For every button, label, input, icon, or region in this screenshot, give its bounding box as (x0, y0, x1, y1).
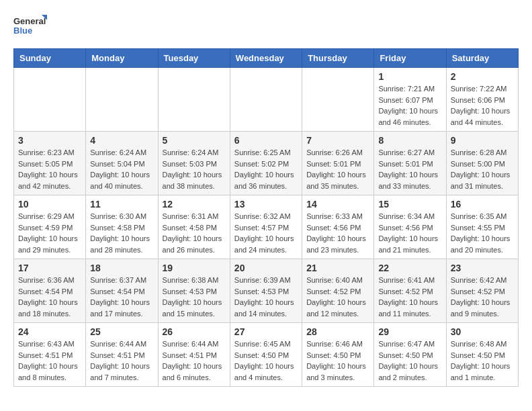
weekday-header-sunday: Sunday (14, 49, 86, 68)
day-number: 20 (234, 263, 298, 273)
day-number: 4 (90, 135, 153, 146)
day-info: Sunrise: 6:23 AM Sunset: 5:05 PM Dayligh… (18, 147, 81, 191)
day-cell: 26Sunrise: 6:44 AM Sunset: 4:51 PM Dayli… (158, 323, 230, 387)
day-cell: 22Sunrise: 6:41 AM Sunset: 4:52 PM Dayli… (374, 259, 446, 323)
day-info: Sunrise: 6:46 AM Sunset: 4:50 PM Dayligh… (306, 338, 369, 383)
day-info: Sunrise: 6:32 AM Sunset: 4:57 PM Dayligh… (234, 211, 298, 255)
day-cell: 15Sunrise: 6:34 AM Sunset: 4:56 PM Dayli… (374, 195, 446, 259)
header: General Blue (13, 13, 519, 42)
day-number: 24 (18, 326, 81, 337)
day-info: Sunrise: 6:40 AM Sunset: 4:52 PM Dayligh… (306, 275, 369, 319)
day-cell: 10Sunrise: 6:29 AM Sunset: 4:59 PM Dayli… (14, 195, 86, 259)
day-number: 25 (90, 326, 153, 337)
day-info: Sunrise: 6:34 AM Sunset: 4:56 PM Dayligh… (378, 211, 441, 255)
day-info: Sunrise: 7:21 AM Sunset: 6:07 PM Dayligh… (378, 83, 441, 128)
day-number: 13 (234, 199, 298, 210)
day-cell (158, 68, 230, 132)
weekday-header-wednesday: Wednesday (230, 49, 302, 68)
day-number: 29 (378, 326, 441, 337)
calendar: SundayMondayTuesdayWednesdayThursdayFrid… (13, 48, 519, 387)
day-info: Sunrise: 6:24 AM Sunset: 5:04 PM Dayligh… (90, 147, 153, 191)
day-number: 8 (378, 135, 441, 146)
day-cell: 6Sunrise: 6:25 AM Sunset: 5:02 PM Daylig… (230, 132, 302, 195)
day-info: Sunrise: 6:35 AM Sunset: 4:55 PM Dayligh… (451, 211, 514, 255)
day-number: 15 (378, 199, 441, 210)
week-row-1: 1Sunrise: 7:21 AM Sunset: 6:07 PM Daylig… (14, 68, 519, 132)
day-info: Sunrise: 6:42 AM Sunset: 4:52 PM Dayligh… (451, 275, 514, 319)
day-info: Sunrise: 6:44 AM Sunset: 4:51 PM Dayligh… (163, 338, 226, 383)
day-cell (14, 68, 86, 132)
day-number: 6 (234, 135, 298, 146)
day-number: 19 (163, 263, 226, 273)
day-cell: 14Sunrise: 6:33 AM Sunset: 4:56 PM Dayli… (302, 195, 374, 259)
day-number: 18 (90, 263, 153, 273)
logo-svg: General Blue (13, 13, 47, 42)
day-cell: 4Sunrise: 6:24 AM Sunset: 5:04 PM Daylig… (86, 132, 158, 195)
day-number: 7 (306, 135, 369, 146)
day-cell: 27Sunrise: 6:45 AM Sunset: 4:50 PM Dayli… (230, 323, 302, 387)
day-number: 17 (18, 263, 81, 273)
day-info: Sunrise: 6:27 AM Sunset: 5:01 PM Dayligh… (378, 147, 441, 191)
day-cell: 19Sunrise: 6:38 AM Sunset: 4:53 PM Dayli… (158, 259, 230, 323)
day-number: 10 (18, 199, 81, 210)
day-number: 11 (90, 199, 153, 210)
day-cell: 24Sunrise: 6:43 AM Sunset: 4:51 PM Dayli… (14, 323, 86, 387)
day-cell (230, 68, 302, 132)
day-info: Sunrise: 6:33 AM Sunset: 4:56 PM Dayligh… (306, 211, 369, 255)
day-info: Sunrise: 6:47 AM Sunset: 4:50 PM Dayligh… (378, 338, 441, 383)
day-cell (86, 68, 158, 132)
day-number: 27 (234, 326, 298, 337)
day-info: Sunrise: 6:29 AM Sunset: 4:59 PM Dayligh… (18, 211, 81, 255)
day-number: 26 (163, 326, 226, 337)
day-cell: 18Sunrise: 6:37 AM Sunset: 4:54 PM Dayli… (86, 259, 158, 323)
day-info: Sunrise: 6:39 AM Sunset: 4:53 PM Dayligh… (234, 275, 298, 319)
day-number: 12 (163, 199, 226, 210)
day-cell: 20Sunrise: 6:39 AM Sunset: 4:53 PM Dayli… (230, 259, 302, 323)
day-number: 22 (378, 263, 441, 273)
day-cell: 28Sunrise: 6:46 AM Sunset: 4:50 PM Dayli… (302, 323, 374, 387)
weekday-header-tuesday: Tuesday (158, 49, 230, 68)
day-info: Sunrise: 6:26 AM Sunset: 5:01 PM Dayligh… (306, 147, 369, 191)
day-cell: 1Sunrise: 7:21 AM Sunset: 6:07 PM Daylig… (374, 68, 446, 132)
day-cell: 29Sunrise: 6:47 AM Sunset: 4:50 PM Dayli… (374, 323, 446, 387)
day-cell: 2Sunrise: 7:22 AM Sunset: 6:06 PM Daylig… (446, 68, 518, 132)
logo: General Blue (13, 13, 47, 42)
day-info: Sunrise: 6:43 AM Sunset: 4:51 PM Dayligh… (18, 338, 81, 383)
day-info: Sunrise: 6:25 AM Sunset: 5:02 PM Dayligh… (234, 147, 298, 191)
day-info: Sunrise: 7:22 AM Sunset: 6:06 PM Dayligh… (451, 83, 514, 128)
day-cell: 8Sunrise: 6:27 AM Sunset: 5:01 PM Daylig… (374, 132, 446, 195)
svg-text:Blue: Blue (13, 26, 32, 36)
day-cell: 7Sunrise: 6:26 AM Sunset: 5:01 PM Daylig… (302, 132, 374, 195)
day-cell: 12Sunrise: 6:31 AM Sunset: 4:58 PM Dayli… (158, 195, 230, 259)
day-info: Sunrise: 6:38 AM Sunset: 4:53 PM Dayligh… (163, 275, 226, 319)
day-cell: 11Sunrise: 6:30 AM Sunset: 4:58 PM Dayli… (86, 195, 158, 259)
week-row-3: 10Sunrise: 6:29 AM Sunset: 4:59 PM Dayli… (14, 195, 519, 259)
day-cell: 21Sunrise: 6:40 AM Sunset: 4:52 PM Dayli… (302, 259, 374, 323)
day-info: Sunrise: 6:41 AM Sunset: 4:52 PM Dayligh… (378, 275, 441, 319)
day-number: 23 (451, 263, 514, 273)
day-cell: 13Sunrise: 6:32 AM Sunset: 4:57 PM Dayli… (230, 195, 302, 259)
svg-text:General: General (13, 16, 46, 26)
week-row-4: 17Sunrise: 6:36 AM Sunset: 4:54 PM Dayli… (14, 259, 519, 323)
day-number: 9 (451, 135, 514, 146)
day-info: Sunrise: 6:31 AM Sunset: 4:58 PM Dayligh… (163, 211, 226, 255)
day-info: Sunrise: 6:48 AM Sunset: 4:50 PM Dayligh… (451, 338, 514, 383)
day-info: Sunrise: 6:24 AM Sunset: 5:03 PM Dayligh… (163, 147, 226, 191)
weekday-header-saturday: Saturday (446, 49, 518, 68)
week-row-5: 24Sunrise: 6:43 AM Sunset: 4:51 PM Dayli… (14, 323, 519, 387)
day-number: 2 (451, 71, 514, 82)
day-number: 16 (451, 199, 514, 210)
weekday-header-friday: Friday (374, 49, 446, 68)
day-number: 21 (306, 263, 369, 273)
day-cell: 3Sunrise: 6:23 AM Sunset: 5:05 PM Daylig… (14, 132, 86, 195)
day-cell: 9Sunrise: 6:28 AM Sunset: 5:00 PM Daylig… (446, 132, 518, 195)
day-info: Sunrise: 6:37 AM Sunset: 4:54 PM Dayligh… (90, 275, 153, 319)
day-info: Sunrise: 6:28 AM Sunset: 5:00 PM Dayligh… (451, 147, 514, 191)
day-cell: 25Sunrise: 6:44 AM Sunset: 4:51 PM Dayli… (86, 323, 158, 387)
day-number: 3 (18, 135, 81, 146)
day-number: 5 (163, 135, 226, 146)
day-cell: 17Sunrise: 6:36 AM Sunset: 4:54 PM Dayli… (14, 259, 86, 323)
day-cell (302, 68, 374, 132)
day-number: 1 (378, 71, 441, 82)
week-row-2: 3Sunrise: 6:23 AM Sunset: 5:05 PM Daylig… (14, 132, 519, 195)
